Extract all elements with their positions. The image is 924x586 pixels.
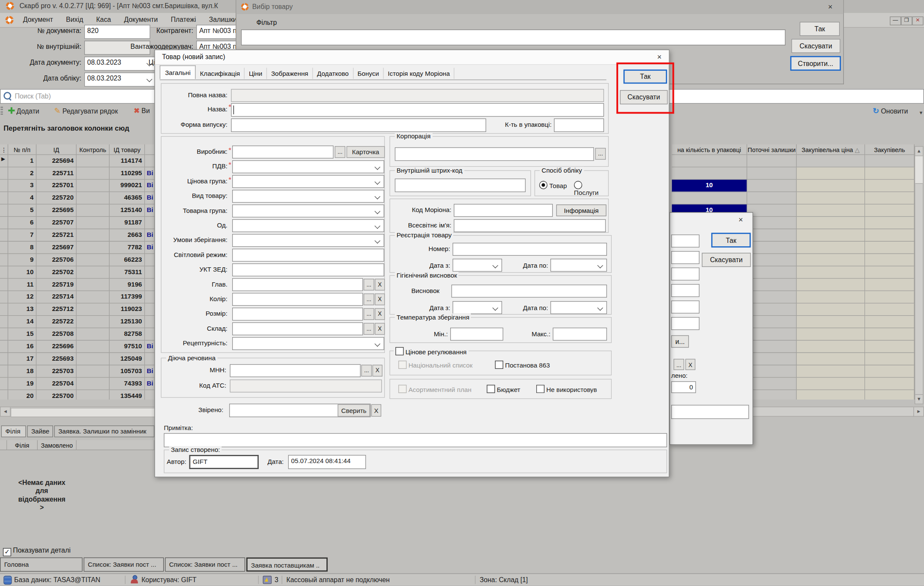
field-input[interactable] [232, 308, 363, 320]
grid-cell[interactable] [747, 180, 797, 192]
grid-cell[interactable] [747, 167, 797, 180]
tab-zayavka-zalyshky[interactable]: Заявка. Залишки по замінник [54, 425, 155, 437]
scroll-up-arrow[interactable]: ▲ [915, 147, 923, 156]
grid-cell[interactable] [865, 365, 915, 378]
cell-id-tovaru[interactable]: 119023 [110, 303, 145, 316]
full-name-field[interactable] [231, 89, 604, 102]
grid-cell[interactable] [747, 217, 797, 229]
cell-npp[interactable]: 4 [8, 192, 36, 204]
created-date-field[interactable]: 05.07.2024 08:41:44 [288, 455, 366, 469]
cell-id-tovaru[interactable]: 74393 [110, 378, 145, 390]
morion-code-field[interactable] [454, 204, 553, 217]
row-selector[interactable] [0, 266, 8, 279]
tab-dodatkovo[interactable]: Додатково [313, 68, 353, 79]
show-details-checkbox[interactable]: ✓ Показувати деталі [3, 547, 71, 556]
release-form-field[interactable] [231, 119, 486, 132]
cell-control[interactable] [77, 378, 110, 390]
barcode-field[interactable] [395, 179, 526, 192]
grid-cell[interactable] [747, 155, 797, 167]
budget-checkbox[interactable]: Бюджет [487, 385, 520, 393]
grid-cell[interactable] [865, 192, 915, 204]
back-dialog-dots-button[interactable]: ... [673, 359, 684, 370]
cell-extra[interactable] [145, 303, 155, 316]
field-combo[interactable] [232, 337, 384, 350]
cell-control[interactable] [77, 217, 110, 229]
decree-863-checkbox[interactable]: Постанова 863 [495, 361, 550, 369]
cell-npp[interactable]: 19 [8, 378, 36, 390]
cell-id[interactable]: 225696 [36, 341, 77, 353]
scroll-down-arrow[interactable]: ▼ [915, 394, 923, 404]
back-dialog-fragment-button[interactable]: и... [671, 335, 689, 348]
tab-filia[interactable]: Філія [1, 425, 26, 437]
name-field[interactable] [231, 103, 604, 117]
corporation-field[interactable] [395, 147, 594, 161]
window-tab-list1[interactable]: Список: Заявки пост ... [84, 557, 164, 571]
grid-cell[interactable] [747, 229, 797, 242]
cell-id[interactable]: 225714 [36, 291, 77, 304]
back-dialog-cancel-button[interactable]: Скасувати [702, 253, 751, 267]
cell-id-tovaru[interactable]: 75311 [110, 266, 145, 279]
hygiene-conclusion-field[interactable] [452, 284, 607, 297]
assortment-plan-checkbox[interactable]: Асортиментний план [398, 385, 472, 393]
back-dialog-field-fragment[interactable] [671, 317, 700, 330]
cell-id-tovaru[interactable]: 66223 [110, 254, 145, 266]
grid-cell[interactable] [747, 279, 797, 291]
row-selector[interactable] [0, 303, 8, 316]
cell-extra[interactable] [145, 390, 155, 400]
cell-extra[interactable]: Ві [145, 192, 155, 204]
kartochka-button[interactable]: Карточка [347, 146, 385, 158]
cell-extra[interactable] [145, 279, 155, 291]
grid-cell[interactable] [865, 279, 915, 291]
cell-control[interactable] [77, 254, 110, 266]
back-dialog-field-fragment[interactable] [671, 268, 700, 281]
hygiene-date-from-combo[interactable] [452, 301, 502, 314]
column-header[interactable]: ІД [36, 144, 77, 155]
scroll-right-arrow[interactable]: ► [913, 407, 923, 417]
world-name-field[interactable] [454, 219, 606, 232]
cell-control[interactable] [77, 279, 110, 291]
cell-id-tovaru[interactable]: 125130 [110, 316, 145, 328]
cell-id[interactable]: 225721 [36, 229, 77, 242]
cell-extra[interactable]: Ві [145, 180, 155, 192]
cell-extra[interactable]: Ві [145, 204, 155, 217]
grid-cell[interactable] [865, 390, 915, 400]
restore-button[interactable]: ❐ [901, 17, 912, 26]
grid-cell[interactable] [797, 365, 865, 378]
cell-extra[interactable]: Ві [145, 167, 155, 180]
cell-extra[interactable] [145, 353, 155, 365]
select-cancel-button[interactable]: Скасувати [791, 39, 840, 53]
cell-npp[interactable]: 12 [8, 291, 36, 304]
radio-tovar[interactable]: Товар [539, 181, 567, 189]
refresh-button[interactable]: ↻ Оновити [873, 107, 908, 116]
filter-input[interactable] [241, 30, 786, 45]
column-header[interactable] [145, 144, 155, 155]
cell-npp[interactable]: 7 [8, 229, 36, 242]
row-selector[interactable] [0, 353, 8, 365]
cell-extra[interactable]: Ві [145, 229, 155, 242]
grid-cell[interactable] [865, 254, 915, 266]
cell-npp[interactable]: 17 [8, 353, 36, 365]
mnn-dots-button[interactable]: ... [361, 365, 372, 377]
field-combo[interactable] [232, 204, 384, 217]
field-input[interactable] [232, 249, 384, 262]
row-selector[interactable]: ► [0, 155, 8, 167]
dots-button[interactable]: ... [364, 293, 374, 305]
vscroll-thumb[interactable] [915, 156, 923, 184]
column-header[interactable]: на кількість в упаковці [672, 144, 747, 155]
dots-button[interactable]: ... [364, 323, 374, 335]
minimize-button[interactable]: — [890, 17, 901, 26]
menu-kasa[interactable]: Каса [90, 13, 117, 23]
cell-extra[interactable]: Ві [145, 365, 155, 378]
cell-npp[interactable]: 2 [8, 167, 36, 180]
cell-id-tovaru[interactable]: 999021 [110, 180, 145, 192]
cell-id[interactable]: 225702 [36, 266, 77, 279]
tab-istoria-morion[interactable]: Історія коду Моріона [384, 68, 455, 79]
cell-id[interactable]: 225693 [36, 353, 77, 365]
menu-document[interactable]: Документ [17, 13, 60, 23]
doc-date-combo[interactable]: 08.03.2023 [84, 57, 156, 71]
close-window-button[interactable]: ✕ [912, 17, 923, 26]
grid-cell[interactable] [747, 303, 797, 316]
grid-cell[interactable] [865, 204, 915, 217]
cell-npp[interactable]: 5 [8, 204, 36, 217]
window-tab-golovna[interactable]: Головна [0, 557, 83, 571]
